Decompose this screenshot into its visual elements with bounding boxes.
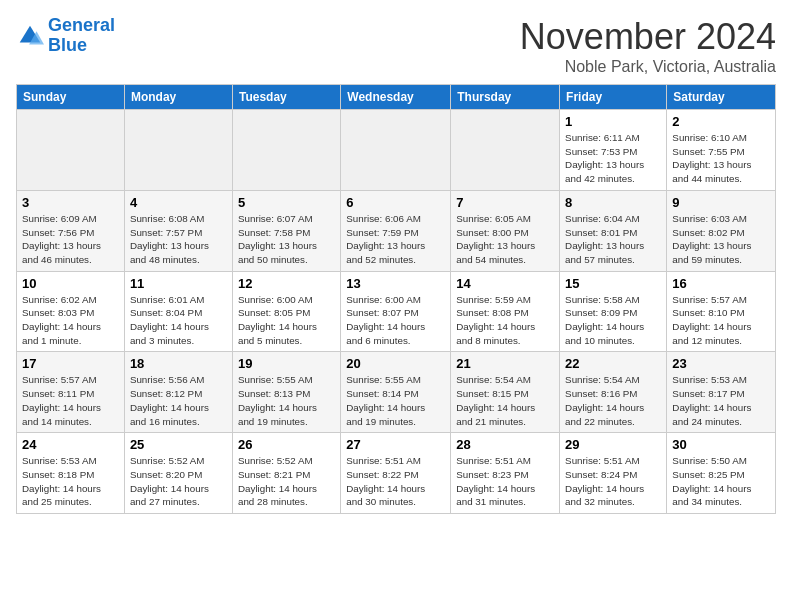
calendar-table: SundayMondayTuesdayWednesdayThursdayFrid… [16, 84, 776, 514]
day-info: Sunrise: 6:00 AM Sunset: 8:07 PM Dayligh… [346, 293, 445, 348]
day-number: 25 [130, 437, 227, 452]
day-info: Sunrise: 5:53 AM Sunset: 8:17 PM Dayligh… [672, 373, 770, 428]
calendar-cell: 29Sunrise: 5:51 AM Sunset: 8:24 PM Dayli… [560, 433, 667, 514]
calendar-cell: 22Sunrise: 5:54 AM Sunset: 8:16 PM Dayli… [560, 352, 667, 433]
day-number: 17 [22, 356, 119, 371]
calendar-body: 1Sunrise: 6:11 AM Sunset: 7:53 PM Daylig… [17, 110, 776, 514]
day-info: Sunrise: 5:55 AM Sunset: 8:14 PM Dayligh… [346, 373, 445, 428]
calendar-cell: 15Sunrise: 5:58 AM Sunset: 8:09 PM Dayli… [560, 271, 667, 352]
day-number: 29 [565, 437, 661, 452]
day-info: Sunrise: 6:07 AM Sunset: 7:58 PM Dayligh… [238, 212, 335, 267]
calendar-cell: 10Sunrise: 6:02 AM Sunset: 8:03 PM Dayli… [17, 271, 125, 352]
col-header-tuesday: Tuesday [232, 85, 340, 110]
day-info: Sunrise: 5:59 AM Sunset: 8:08 PM Dayligh… [456, 293, 554, 348]
day-info: Sunrise: 5:52 AM Sunset: 8:21 PM Dayligh… [238, 454, 335, 509]
calendar-cell: 16Sunrise: 5:57 AM Sunset: 8:10 PM Dayli… [667, 271, 776, 352]
calendar-cell: 21Sunrise: 5:54 AM Sunset: 8:15 PM Dayli… [451, 352, 560, 433]
calendar-cell [124, 110, 232, 191]
day-info: Sunrise: 5:57 AM Sunset: 8:11 PM Dayligh… [22, 373, 119, 428]
day-number: 1 [565, 114, 661, 129]
day-info: Sunrise: 6:11 AM Sunset: 7:53 PM Dayligh… [565, 131, 661, 186]
calendar-cell: 14Sunrise: 5:59 AM Sunset: 8:08 PM Dayli… [451, 271, 560, 352]
calendar-cell: 5Sunrise: 6:07 AM Sunset: 7:58 PM Daylig… [232, 190, 340, 271]
col-header-monday: Monday [124, 85, 232, 110]
day-number: 30 [672, 437, 770, 452]
day-number: 28 [456, 437, 554, 452]
day-info: Sunrise: 6:06 AM Sunset: 7:59 PM Dayligh… [346, 212, 445, 267]
calendar-cell [17, 110, 125, 191]
calendar-cell: 11Sunrise: 6:01 AM Sunset: 8:04 PM Dayli… [124, 271, 232, 352]
day-info: Sunrise: 6:05 AM Sunset: 8:00 PM Dayligh… [456, 212, 554, 267]
calendar-cell: 20Sunrise: 5:55 AM Sunset: 8:14 PM Dayli… [341, 352, 451, 433]
logo-icon [16, 22, 44, 50]
day-info: Sunrise: 5:50 AM Sunset: 8:25 PM Dayligh… [672, 454, 770, 509]
day-number: 2 [672, 114, 770, 129]
day-info: Sunrise: 5:51 AM Sunset: 8:24 PM Dayligh… [565, 454, 661, 509]
calendar-cell: 25Sunrise: 5:52 AM Sunset: 8:20 PM Dayli… [124, 433, 232, 514]
calendar-cell: 27Sunrise: 5:51 AM Sunset: 8:22 PM Dayli… [341, 433, 451, 514]
col-header-wednesday: Wednesday [341, 85, 451, 110]
day-info: Sunrise: 6:01 AM Sunset: 8:04 PM Dayligh… [130, 293, 227, 348]
day-number: 9 [672, 195, 770, 210]
day-number: 15 [565, 276, 661, 291]
page-header: General Blue November 2024 Noble Park, V… [16, 16, 776, 76]
day-number: 22 [565, 356, 661, 371]
month-title: November 2024 [520, 16, 776, 58]
calendar-row: 1Sunrise: 6:11 AM Sunset: 7:53 PM Daylig… [17, 110, 776, 191]
day-number: 13 [346, 276, 445, 291]
day-number: 20 [346, 356, 445, 371]
day-number: 8 [565, 195, 661, 210]
calendar-cell: 18Sunrise: 5:56 AM Sunset: 8:12 PM Dayli… [124, 352, 232, 433]
day-info: Sunrise: 6:02 AM Sunset: 8:03 PM Dayligh… [22, 293, 119, 348]
calendar-cell: 3Sunrise: 6:09 AM Sunset: 7:56 PM Daylig… [17, 190, 125, 271]
calendar-cell: 24Sunrise: 5:53 AM Sunset: 8:18 PM Dayli… [17, 433, 125, 514]
day-info: Sunrise: 5:53 AM Sunset: 8:18 PM Dayligh… [22, 454, 119, 509]
day-number: 26 [238, 437, 335, 452]
calendar-cell: 8Sunrise: 6:04 AM Sunset: 8:01 PM Daylig… [560, 190, 667, 271]
calendar-header-row: SundayMondayTuesdayWednesdayThursdayFrid… [17, 85, 776, 110]
day-number: 16 [672, 276, 770, 291]
day-info: Sunrise: 5:55 AM Sunset: 8:13 PM Dayligh… [238, 373, 335, 428]
calendar-cell: 17Sunrise: 5:57 AM Sunset: 8:11 PM Dayli… [17, 352, 125, 433]
day-number: 5 [238, 195, 335, 210]
day-number: 21 [456, 356, 554, 371]
logo: General Blue [16, 16, 115, 56]
calendar-cell: 13Sunrise: 6:00 AM Sunset: 8:07 PM Dayli… [341, 271, 451, 352]
day-info: Sunrise: 5:56 AM Sunset: 8:12 PM Dayligh… [130, 373, 227, 428]
day-number: 6 [346, 195, 445, 210]
day-info: Sunrise: 5:52 AM Sunset: 8:20 PM Dayligh… [130, 454, 227, 509]
calendar-cell [451, 110, 560, 191]
calendar-cell: 2Sunrise: 6:10 AM Sunset: 7:55 PM Daylig… [667, 110, 776, 191]
day-number: 12 [238, 276, 335, 291]
day-number: 23 [672, 356, 770, 371]
calendar-cell: 26Sunrise: 5:52 AM Sunset: 8:21 PM Dayli… [232, 433, 340, 514]
day-number: 18 [130, 356, 227, 371]
calendar-cell: 7Sunrise: 6:05 AM Sunset: 8:00 PM Daylig… [451, 190, 560, 271]
calendar-row: 10Sunrise: 6:02 AM Sunset: 8:03 PM Dayli… [17, 271, 776, 352]
calendar-cell: 23Sunrise: 5:53 AM Sunset: 8:17 PM Dayli… [667, 352, 776, 433]
day-info: Sunrise: 5:51 AM Sunset: 8:22 PM Dayligh… [346, 454, 445, 509]
day-number: 24 [22, 437, 119, 452]
calendar-cell: 12Sunrise: 6:00 AM Sunset: 8:05 PM Dayli… [232, 271, 340, 352]
day-info: Sunrise: 6:04 AM Sunset: 8:01 PM Dayligh… [565, 212, 661, 267]
day-number: 3 [22, 195, 119, 210]
day-number: 10 [22, 276, 119, 291]
day-info: Sunrise: 6:10 AM Sunset: 7:55 PM Dayligh… [672, 131, 770, 186]
calendar-row: 17Sunrise: 5:57 AM Sunset: 8:11 PM Dayli… [17, 352, 776, 433]
day-info: Sunrise: 5:57 AM Sunset: 8:10 PM Dayligh… [672, 293, 770, 348]
day-number: 14 [456, 276, 554, 291]
day-number: 27 [346, 437, 445, 452]
day-info: Sunrise: 5:58 AM Sunset: 8:09 PM Dayligh… [565, 293, 661, 348]
calendar-cell: 30Sunrise: 5:50 AM Sunset: 8:25 PM Dayli… [667, 433, 776, 514]
day-info: Sunrise: 6:00 AM Sunset: 8:05 PM Dayligh… [238, 293, 335, 348]
day-info: Sunrise: 6:03 AM Sunset: 8:02 PM Dayligh… [672, 212, 770, 267]
calendar-cell: 9Sunrise: 6:03 AM Sunset: 8:02 PM Daylig… [667, 190, 776, 271]
calendar-cell: 4Sunrise: 6:08 AM Sunset: 7:57 PM Daylig… [124, 190, 232, 271]
location-subtitle: Noble Park, Victoria, Australia [520, 58, 776, 76]
day-info: Sunrise: 5:54 AM Sunset: 8:15 PM Dayligh… [456, 373, 554, 428]
day-number: 11 [130, 276, 227, 291]
calendar-cell: 1Sunrise: 6:11 AM Sunset: 7:53 PM Daylig… [560, 110, 667, 191]
calendar-row: 3Sunrise: 6:09 AM Sunset: 7:56 PM Daylig… [17, 190, 776, 271]
calendar-row: 24Sunrise: 5:53 AM Sunset: 8:18 PM Dayli… [17, 433, 776, 514]
col-header-friday: Friday [560, 85, 667, 110]
